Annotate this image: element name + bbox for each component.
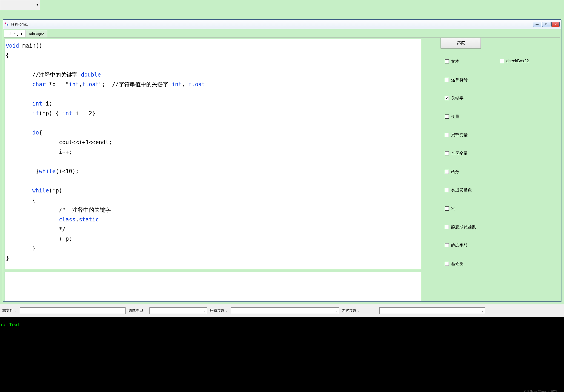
titlebar: TestForm1 — □ ✕ xyxy=(3,20,561,29)
checkbox-关键字[interactable]: ✔关键字 xyxy=(445,95,476,101)
checkbox-label: 运算符号 xyxy=(451,77,468,83)
chevron-down-icon: ⌄ xyxy=(203,309,205,312)
chevron-down-icon: ⌄ xyxy=(122,309,124,312)
checkbox-label: 基础类 xyxy=(451,261,464,266)
checkbox-变量[interactable]: 变量 xyxy=(445,114,476,119)
checkbox-box-icon xyxy=(445,243,449,247)
label-log-file: 志文件： xyxy=(2,308,17,313)
secondary-editor[interactable] xyxy=(5,272,421,302)
checkbox-box-icon xyxy=(445,151,449,155)
checkbox-运算符号[interactable]: 运算符号 xyxy=(445,77,476,83)
checkbox-box-icon xyxy=(445,114,449,119)
checkbox-label: checkBox22 xyxy=(506,59,529,63)
app-icon xyxy=(5,22,9,27)
checkbox-静态成员函数[interactable]: 静态成员函数 xyxy=(445,224,476,230)
checkbox-box-icon xyxy=(445,78,449,82)
checkbox-box-icon xyxy=(445,59,449,63)
checkbox-label: 宏 xyxy=(451,206,455,211)
checkbox-基础类[interactable]: 基础类 xyxy=(445,261,476,266)
checkbox-column-2: checkBox22 xyxy=(500,59,529,63)
checkbox-label: 类成员函数 xyxy=(451,187,472,193)
checkbox-box-icon xyxy=(445,262,449,266)
label-title-filter: 标题过虑： xyxy=(210,308,228,313)
checkbox-静态字段[interactable]: 静态字段 xyxy=(445,243,476,248)
checkbox-label: 静态字段 xyxy=(451,243,468,248)
combo-debug-type[interactable]: ⌄ xyxy=(149,308,207,314)
toolbar-dropdown-icon[interactable]: ▼ xyxy=(36,3,39,6)
chevron-down-icon: ⌄ xyxy=(481,309,483,312)
watermark: CSDN @碧海蓝天2022 xyxy=(524,390,558,392)
code-editor[interactable]: void main() { //注释中的关键字 double char *p =… xyxy=(5,39,421,269)
tabstrip: tabPage1 tabPage2 xyxy=(4,30,560,37)
sidebar: 还原 文本运算符号✔关键字变量局部变量全局变量函数类成员函数宏静态成员函数静态字… xyxy=(440,38,558,49)
checkbox-checkBox22[interactable]: checkBox22 xyxy=(500,59,529,63)
checkbox-类成员函数[interactable]: 类成员函数 xyxy=(445,187,476,193)
label-content-filter: 内容过虑： xyxy=(342,308,360,313)
restore-button[interactable]: 还原 xyxy=(440,38,481,49)
checkbox-宏[interactable]: 宏 xyxy=(445,206,476,211)
checkbox-box-icon xyxy=(445,170,449,174)
minimize-button[interactable]: — xyxy=(533,22,541,27)
checkbox-label: 静态成员函数 xyxy=(451,224,476,230)
checkbox-label: 函数 xyxy=(451,169,459,174)
checkbox-文本[interactable]: 文本 xyxy=(445,59,476,64)
checkbox-column-1: 文本运算符号✔关键字变量局部变量全局变量函数类成员函数宏静态成员函数静态字段基础… xyxy=(445,59,476,266)
checkbox-函数[interactable]: 函数 xyxy=(445,169,476,174)
app-window: TestForm1 — □ ✕ tabPage1 tabPage2 void m… xyxy=(3,19,562,302)
checkbox-label: 关键字 xyxy=(451,95,464,101)
maximize-button[interactable]: □ xyxy=(542,22,550,27)
tab-tabpage1[interactable]: tabPage1 xyxy=(4,30,26,37)
window-title: TestForm1 xyxy=(11,22,28,27)
combo-title-filter[interactable]: ⌄ xyxy=(231,308,339,314)
console-output: ne Text xyxy=(0,317,564,392)
checkbox-label: 变量 xyxy=(451,114,459,119)
window-body: tabPage1 tabPage2 void main() { //注释中的关键… xyxy=(4,30,560,300)
combo-log-file[interactable]: ⌄ xyxy=(20,308,126,314)
checkbox-box-icon xyxy=(445,133,449,137)
checkbox-label: 全局变量 xyxy=(451,151,468,156)
checkbox-全局变量[interactable]: 全局变量 xyxy=(445,151,476,156)
combo-content-filter[interactable]: ⌄ xyxy=(379,308,485,314)
checkbox-label: 局部变量 xyxy=(451,132,468,138)
outer-toolbar: ▼ xyxy=(0,0,40,10)
tab-tabpage2[interactable]: tabPage2 xyxy=(26,30,47,37)
label-debug-type: 调试类型： xyxy=(128,308,147,313)
checkbox-box-icon xyxy=(500,59,504,63)
close-button[interactable]: ✕ xyxy=(551,22,560,27)
window-buttons: — □ ✕ xyxy=(533,22,560,27)
checkbox-box-icon xyxy=(445,188,449,192)
tab-content: void main() { //注释中的关键字 double char *p =… xyxy=(4,37,560,300)
checkbox-box-icon xyxy=(445,225,449,229)
chevron-down-icon: ⌄ xyxy=(335,309,337,312)
bottom-toolbar: 志文件： ⌄ 调试类型： ⌄ 标题过虑： ⌄ 内容过虑： ⌄ xyxy=(0,304,564,317)
checkbox-局部变量[interactable]: 局部变量 xyxy=(445,132,476,138)
checkbox-box-icon: ✔ xyxy=(445,96,449,100)
checkbox-box-icon xyxy=(445,207,449,210)
checkbox-label: 文本 xyxy=(451,59,459,64)
console-text: ne Text xyxy=(1,322,20,327)
